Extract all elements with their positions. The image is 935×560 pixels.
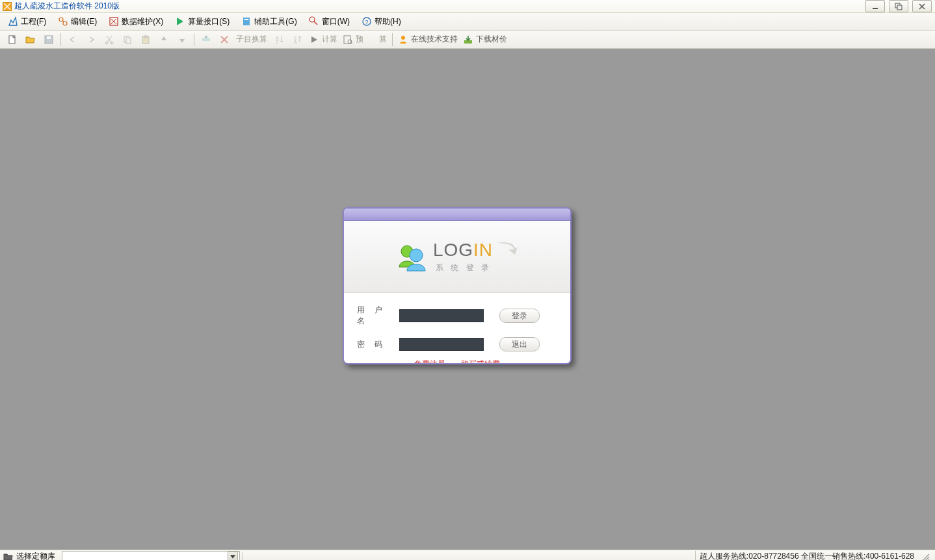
- arrow-down-icon: [177, 34, 187, 45]
- password-label: 密 码: [357, 339, 399, 350]
- copy-button: [118, 32, 137, 47]
- svg-point-15: [105, 42, 108, 44]
- download-price-button[interactable]: 下载材价: [460, 32, 510, 47]
- login-form: 用 户 名 登录 密 码 退出 免费注册 购买或续费: [344, 293, 570, 364]
- library-select[interactable]: [62, 551, 240, 561]
- online-support-button[interactable]: 在线技术支持: [395, 32, 460, 47]
- sort-desc-icon: ZA: [292, 34, 302, 45]
- copy-icon: [122, 34, 133, 45]
- status-bar: 选择定额库 超人服务热线:020-87728456 全国统一销售热线:400-6…: [0, 550, 935, 560]
- svg-rect-8: [244, 19, 248, 20]
- cut-button: [100, 32, 118, 47]
- svg-rect-14: [47, 36, 51, 39]
- menu-edit-label: 编辑(E): [71, 16, 97, 27]
- login-button[interactable]: 登录: [499, 309, 540, 323]
- menu-data[interactable]: 数据维护(X): [104, 14, 168, 29]
- maximize-button[interactable]: [889, 0, 908, 12]
- support-person-icon: [398, 34, 408, 45]
- title-bar: 超人疏浚水工造价软件 2010版: [0, 0, 935, 13]
- password-input[interactable]: [399, 338, 484, 351]
- hotline-text: 超人服务热线:020-87728456 全国统一销售热线:400-6161-62…: [695, 551, 918, 561]
- help-icon: ?: [362, 16, 372, 27]
- calc2-label: 算: [379, 34, 387, 45]
- svg-rect-20: [144, 36, 147, 38]
- purchase-renew-link[interactable]: 购买或续费: [461, 359, 500, 364]
- close-button[interactable]: [912, 0, 932, 12]
- login-logo-area: LOG IN 系 统 登 录: [344, 221, 570, 293]
- window-controls: [865, 0, 932, 12]
- open-folder-icon: [25, 34, 36, 45]
- preview-label: 预: [356, 34, 363, 45]
- svg-point-9: [309, 17, 315, 22]
- svg-rect-1: [873, 8, 878, 9]
- paste-icon: [140, 34, 151, 45]
- svg-rect-18: [126, 38, 131, 44]
- download-icon: [463, 34, 473, 45]
- insert-row-icon: [201, 34, 211, 45]
- menu-quantity[interactable]: 算量接口(S): [170, 14, 234, 29]
- menu-help[interactable]: ? 帮助(H): [357, 14, 406, 29]
- logo-log: LOG: [433, 240, 473, 261]
- tools-icon: [241, 16, 252, 27]
- menu-bar: 工程(F) 编辑(E) 数据维护(X) 算量接口(S) 辅助工具(G) 窗口(W…: [0, 13, 935, 31]
- menu-tools[interactable]: 辅助工具(G): [237, 14, 301, 29]
- subitem-convert-button: 子目换算: [233, 32, 270, 47]
- resize-grip-icon[interactable]: [921, 552, 930, 561]
- logo-subtitle: 系 统 登 录: [436, 262, 492, 274]
- open-file-button[interactable]: [21, 32, 40, 47]
- data-icon: [109, 16, 119, 27]
- move-up-button: [155, 32, 173, 47]
- login-logo-text: LOG IN 系 统 登 录: [433, 240, 519, 274]
- menu-data-label: 数据维护(X): [122, 16, 163, 27]
- free-register-link[interactable]: 免费注册: [414, 359, 445, 364]
- separator: [60, 33, 61, 46]
- menu-project-label: 工程(F): [21, 16, 46, 27]
- redo-icon: [86, 34, 96, 45]
- svg-point-28: [401, 36, 405, 40]
- paste-button: [137, 32, 155, 47]
- minimize-button[interactable]: [865, 0, 885, 12]
- svg-text:?: ?: [365, 19, 368, 25]
- new-file-button[interactable]: [3, 32, 21, 47]
- menu-tools-label: 辅助工具(G): [254, 16, 296, 27]
- separator: [194, 33, 194, 46]
- sort-desc-button: ZA: [288, 32, 306, 47]
- logo-arrow-icon: [495, 242, 519, 258]
- project-icon: [8, 16, 18, 27]
- library-folder-icon: [3, 552, 14, 561]
- svg-point-16: [111, 42, 113, 44]
- menu-edit[interactable]: 编辑(E): [53, 14, 101, 29]
- username-label: 用 户 名: [357, 305, 399, 327]
- login-dialog-header[interactable]: [344, 209, 570, 221]
- edit-icon: [58, 16, 68, 27]
- logo-in: IN: [473, 240, 493, 261]
- menu-window[interactable]: 窗口(W): [304, 14, 354, 29]
- exit-button[interactable]: 退出: [499, 337, 540, 351]
- svg-rect-21: [202, 38, 210, 41]
- menu-quantity-label: 算量接口(S): [188, 16, 230, 27]
- menu-window-label: 窗口(W): [322, 16, 350, 27]
- app-icon: [3, 2, 12, 11]
- calc-label: 计算: [322, 34, 337, 45]
- chevron-down-icon: [228, 552, 238, 561]
- redo-button: [82, 32, 100, 47]
- cut-icon: [104, 34, 114, 45]
- subitem-label: 子目换算: [236, 34, 267, 45]
- login-avatar-icon: [395, 241, 427, 272]
- app-title: 超人疏浚水工造价软件 2010版: [14, 0, 120, 12]
- menu-help-label: 帮助(H): [375, 16, 401, 27]
- play-icon: [309, 34, 319, 45]
- separator: [392, 33, 393, 46]
- undo-button: [64, 32, 82, 47]
- username-input[interactable]: [399, 309, 484, 322]
- svg-text:Z: Z: [276, 40, 279, 44]
- online-support-label: 在线技术支持: [411, 34, 458, 45]
- delete-row-icon: [219, 34, 230, 45]
- delete-button: [215, 32, 233, 47]
- menu-project[interactable]: 工程(F): [3, 14, 51, 29]
- new-file-icon: [7, 34, 18, 45]
- window-icon: [309, 16, 319, 27]
- workspace: LOG IN 系 统 登 录 用 户 名 登录 密 码 退出: [0, 49, 935, 550]
- toolbar: 子目换算 AZ ZA 计算 预 算 在线技术支持 下载材价: [0, 31, 935, 49]
- sort-asc-button: AZ: [270, 32, 288, 47]
